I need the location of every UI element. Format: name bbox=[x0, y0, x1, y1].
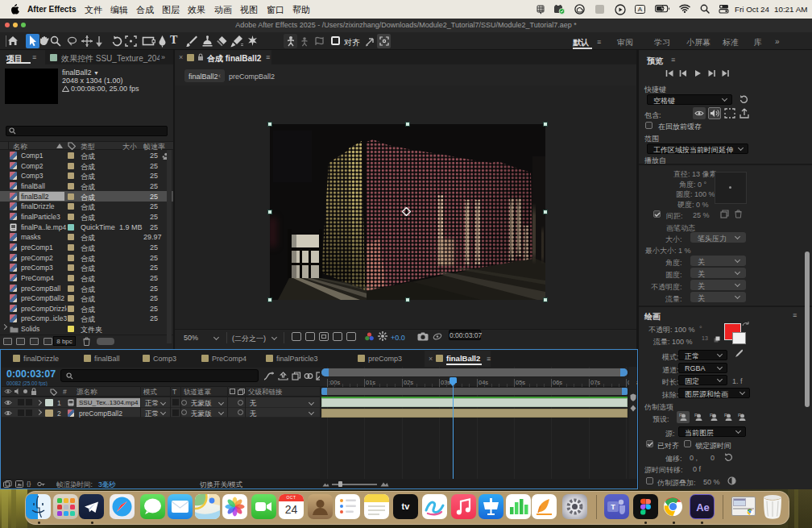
svg-text:T: T bbox=[611, 503, 615, 511]
